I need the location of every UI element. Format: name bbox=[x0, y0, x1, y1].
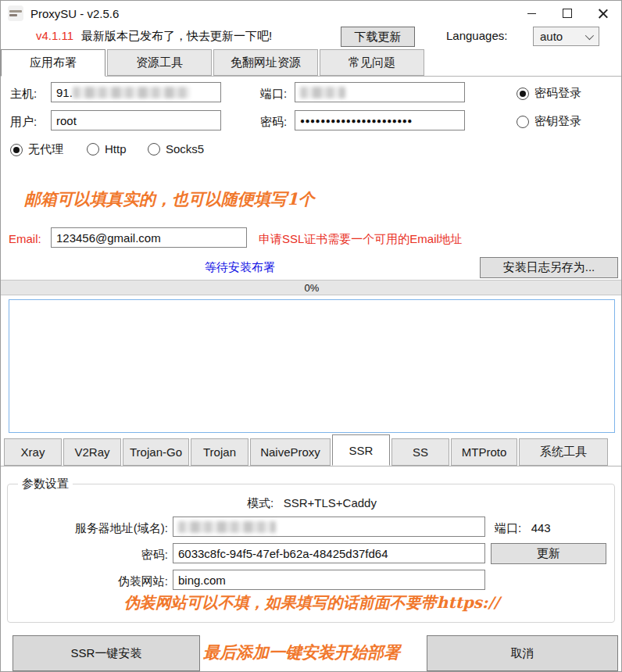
close-button[interactable] bbox=[585, 1, 621, 26]
tab-trojan[interactable]: Trojan bbox=[191, 438, 248, 466]
tab-free-sites[interactable]: 免翻网址资源 bbox=[213, 49, 318, 76]
language-dropdown[interactable]: auto bbox=[533, 27, 599, 46]
ssr-password-input[interactable] bbox=[173, 543, 485, 563]
settings-group-title: 参数设置 bbox=[18, 477, 73, 491]
proxysu-window: { "colors": { "accent_orange": "#f1772b"… bbox=[0, 0, 622, 672]
install-note: 最后添加一键安装开始部署 bbox=[203, 642, 400, 663]
camouflage-site-label: 伪装网站: bbox=[2, 574, 168, 589]
cancel-button[interactable]: 取消 bbox=[427, 635, 618, 671]
host-value-prefix: 91. bbox=[56, 86, 73, 99]
port-label: 端口: bbox=[260, 87, 287, 102]
tab-xray[interactable]: Xray bbox=[4, 438, 62, 466]
minimize-icon bbox=[527, 13, 536, 14]
password-dots: ●●●●●●●●●●●●●●●●●●●●●● bbox=[300, 116, 413, 125]
log-output[interactable] bbox=[9, 299, 615, 433]
port-input[interactable] bbox=[295, 82, 465, 102]
tab-faq[interactable]: 常见问题 bbox=[320, 49, 424, 76]
radio-checked-icon bbox=[517, 88, 529, 100]
maximize-button[interactable] bbox=[549, 1, 585, 26]
radio-unchecked-icon bbox=[87, 143, 99, 155]
server-address-input[interactable] bbox=[173, 517, 485, 537]
progress-bar: 0% bbox=[1, 280, 622, 295]
mode-line: 模式: SSR+TLS+Caddy bbox=[1, 496, 622, 511]
tab-mtproto[interactable]: MTProto bbox=[451, 438, 517, 466]
tab-ss[interactable]: SS bbox=[391, 438, 449, 466]
update-message: 最新版本已发布了，快去更新一下吧! bbox=[81, 29, 272, 44]
minimize-button[interactable] bbox=[513, 1, 549, 26]
camouflage-site-input[interactable] bbox=[173, 570, 485, 590]
ssr-port-line: 端口: 443 bbox=[495, 521, 551, 536]
install-status-text: 等待安装布署 bbox=[1, 260, 479, 275]
radio-checked-icon bbox=[10, 144, 23, 156]
email-note: 邮箱可以填真实的，也可以随便填写1个 bbox=[24, 188, 315, 210]
ssr-port-label: 端口: bbox=[495, 521, 521, 534]
titlebar: ProxySU - v2.5.6 bbox=[1, 1, 621, 26]
user-label: 用户: bbox=[10, 115, 37, 130]
ssr-password-label: 密码: bbox=[2, 548, 168, 563]
user-input[interactable] bbox=[51, 110, 221, 130]
no-proxy-radio[interactable]: 无代理 bbox=[10, 142, 63, 157]
language-value: auto bbox=[540, 30, 563, 43]
password-label: 密码: bbox=[260, 115, 287, 130]
close-icon bbox=[599, 9, 608, 18]
no-proxy-label: 无代理 bbox=[28, 142, 63, 157]
mode-label: 模式: bbox=[247, 496, 273, 509]
password-input[interactable]: ●●●●●●●●●●●●●●●●●●●●●● bbox=[295, 110, 465, 130]
key-login-label: 密钥登录 bbox=[534, 114, 581, 129]
progress-percent: 0% bbox=[305, 282, 320, 294]
window-controls bbox=[513, 1, 621, 26]
host-input[interactable]: 91. bbox=[51, 82, 221, 102]
password-login-radio[interactable]: 密码登录 bbox=[517, 86, 581, 101]
http-proxy-label: Http bbox=[105, 142, 127, 155]
censored-domain-value bbox=[178, 521, 276, 533]
download-update-button[interactable]: 下载更新 bbox=[341, 27, 415, 47]
tab-app-deploy[interactable]: 应用布署 bbox=[1, 49, 105, 77]
censored-port-value bbox=[300, 87, 345, 98]
update-password-button[interactable]: 更新 bbox=[491, 543, 606, 564]
tab-v2ray[interactable]: V2Ray bbox=[63, 438, 121, 466]
tab-system-tools[interactable]: 系统工具 bbox=[519, 438, 608, 466]
main-tab-bar: 应用布署 资源工具 免翻网址资源 常见问题 bbox=[1, 49, 622, 77]
radio-unchecked-icon bbox=[148, 143, 160, 155]
ssr-install-button[interactable]: SSR一键安装 bbox=[13, 635, 200, 671]
new-version-label: v4.1.11 bbox=[36, 29, 73, 42]
ssr-port-value: 443 bbox=[531, 521, 551, 534]
censored-host-value bbox=[73, 87, 190, 98]
tab-ssr[interactable]: SSR bbox=[332, 434, 390, 466]
email-label: Email: bbox=[9, 232, 41, 245]
protocol-tab-bar: Xray V2Ray Trojan-Go Trojan NaiveProxy S… bbox=[1, 435, 622, 466]
chevron-down-icon bbox=[585, 30, 594, 39]
window-title: ProxySU - v2.5.6 bbox=[30, 7, 119, 20]
radio-unchecked-icon bbox=[517, 116, 529, 128]
tab-trojan-go[interactable]: Trojan-Go bbox=[123, 438, 189, 466]
email-input[interactable] bbox=[51, 227, 247, 248]
server-address-label: 服务器地址(域名): bbox=[2, 521, 168, 536]
password-login-label: 密码登录 bbox=[534, 86, 581, 101]
mode-value: SSR+TLS+Caddy bbox=[284, 496, 377, 509]
save-log-button[interactable]: 安装日志另存为... bbox=[480, 257, 618, 278]
maximize-icon bbox=[563, 9, 572, 18]
host-label: 主机: bbox=[10, 87, 37, 102]
http-proxy-radio[interactable]: Http bbox=[87, 142, 127, 155]
tab-naiveproxy[interactable]: NaiveProxy bbox=[250, 438, 331, 466]
socks5-proxy-label: Socks5 bbox=[166, 142, 204, 155]
key-login-radio[interactable]: 密钥登录 bbox=[517, 114, 581, 129]
socks5-proxy-radio[interactable]: Socks5 bbox=[148, 142, 204, 155]
app-icon bbox=[8, 5, 23, 21]
tab-resource-tools[interactable]: 资源工具 bbox=[107, 49, 212, 76]
camouflage-note: 伪装网站可以不填，如果填写的话前面不要带https:// bbox=[1, 592, 622, 613]
ssl-email-hint: 申请SSL证书需要一个可用的Email地址 bbox=[259, 232, 463, 247]
languages-label: Languages: bbox=[446, 29, 507, 42]
